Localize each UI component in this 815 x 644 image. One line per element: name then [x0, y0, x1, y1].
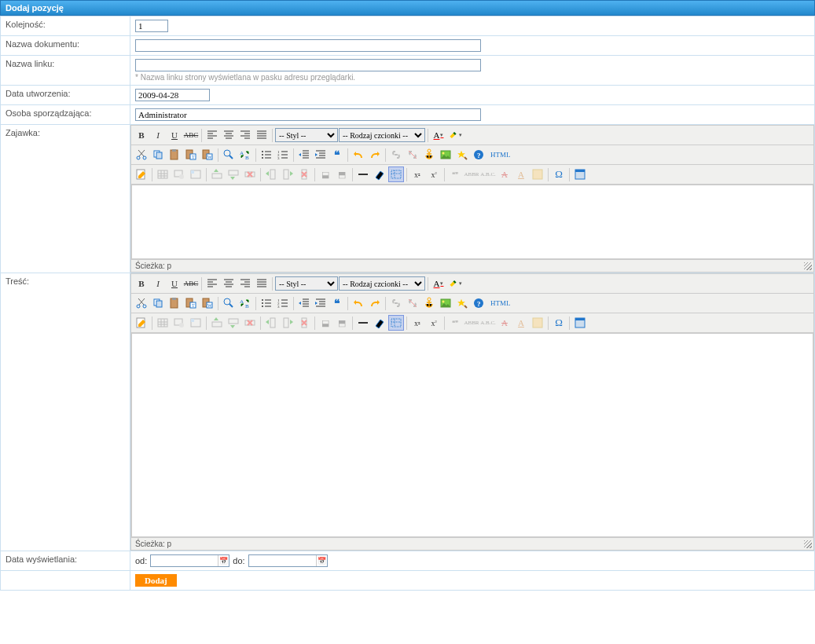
align-center-icon[interactable] [221, 127, 237, 143]
strike-icon[interactable]: ABC [183, 276, 199, 291]
anchor-icon[interactable] [421, 147, 437, 163]
cite-icon[interactable]: ❝❞ [447, 315, 463, 331]
subscript-icon[interactable]: x₂ [409, 166, 425, 182]
text-color-icon[interactable]: A [431, 127, 446, 143]
copy-icon[interactable] [150, 147, 166, 163]
col-before-icon[interactable] [263, 166, 279, 182]
paste-icon[interactable] [167, 147, 182, 163]
align-center-icon[interactable] [221, 276, 237, 291]
input-date-do[interactable] [249, 555, 316, 566]
cleanup-icon[interactable] [454, 295, 470, 311]
font-select[interactable]: -- Rodzaj czcionki -- [339, 128, 425, 142]
col-after-icon[interactable] [280, 315, 296, 331]
hr-icon[interactable] [355, 166, 371, 182]
align-justify-icon[interactable] [254, 276, 270, 291]
input-nazwa-dokumentu[interactable] [135, 39, 481, 52]
input-nazwa-linku[interactable] [135, 59, 481, 71]
replace-icon[interactable]: AB [237, 295, 253, 311]
table-icon[interactable] [155, 166, 171, 182]
unlink-icon[interactable] [405, 295, 420, 311]
row-delete-icon[interactable] [242, 315, 258, 331]
row-before-icon[interactable] [209, 166, 225, 182]
editor-zajawka-area[interactable] [131, 185, 813, 259]
paste-text-icon[interactable]: T [183, 295, 199, 311]
remove-format-icon[interactable] [372, 166, 387, 182]
italic-icon[interactable]: I [150, 127, 166, 143]
cut-icon[interactable] [134, 295, 149, 311]
fullscreen-icon[interactable] [572, 315, 588, 331]
table-icon[interactable] [155, 315, 171, 331]
row-before-icon[interactable] [209, 315, 225, 331]
row-delete-icon[interactable] [242, 166, 258, 182]
number-list-icon[interactable]: 123 [275, 147, 291, 163]
italic-icon[interactable]: I [150, 276, 166, 291]
edit-icon[interactable] [134, 166, 149, 182]
paste-word-icon[interactable]: W [200, 295, 215, 311]
image-icon[interactable] [438, 295, 453, 311]
table-props-icon[interactable] [171, 315, 187, 331]
abbr-icon[interactable]: ABBR [464, 166, 479, 182]
editor-tresc-area[interactable] [131, 333, 813, 537]
paste-icon[interactable] [167, 295, 182, 311]
html-icon[interactable]: HTML [487, 295, 514, 311]
bold-icon[interactable]: B [134, 276, 149, 291]
indent-icon[interactable] [313, 295, 329, 311]
remove-format-icon[interactable] [372, 315, 387, 331]
anchor-icon[interactable] [421, 295, 437, 311]
copy-icon[interactable] [150, 295, 166, 311]
find-icon[interactable] [221, 147, 237, 163]
table-cell-icon[interactable] [188, 315, 204, 331]
cleanup-icon[interactable] [454, 147, 470, 163]
row-after-icon[interactable] [226, 166, 241, 182]
bullet-list-icon[interactable] [259, 147, 274, 163]
font-select[interactable]: -- Rodzaj czcionki -- [339, 276, 425, 291]
del-icon[interactable]: A [497, 166, 512, 182]
calendar-icon[interactable]: 📅 [218, 555, 229, 566]
input-data-utworzenia[interactable] [135, 89, 210, 101]
strike-icon[interactable]: ABC [183, 127, 199, 143]
align-right-icon[interactable] [237, 276, 253, 291]
split-cells-icon[interactable]: ⬓ [318, 315, 333, 331]
blockquote-icon[interactable]: ❝ [329, 147, 345, 163]
attribs-icon[interactable] [530, 166, 545, 182]
number-list-icon[interactable]: 123 [275, 295, 291, 311]
bg-color-icon[interactable] [447, 127, 463, 143]
cite-icon[interactable]: ❝❞ [447, 166, 463, 182]
resize-grip-icon[interactable] [804, 262, 812, 270]
undo-icon[interactable] [351, 147, 366, 163]
bullet-list-icon[interactable] [259, 295, 274, 311]
split-cells-icon[interactable]: ⬓ [318, 166, 333, 182]
help-icon[interactable]: ? [471, 147, 486, 163]
underline-icon[interactable]: U [167, 127, 182, 143]
redo-icon[interactable] [367, 147, 383, 163]
blockquote-icon[interactable]: ❝ [329, 295, 345, 311]
row-after-icon[interactable] [226, 315, 241, 331]
paste-text-icon[interactable]: T [183, 147, 199, 163]
charmap-icon[interactable]: Ω [551, 315, 567, 331]
redo-icon[interactable] [367, 295, 383, 311]
style-select[interactable]: -- Styl -- [275, 276, 338, 291]
text-color-icon[interactable]: A [431, 276, 446, 291]
subscript-icon[interactable]: x₂ [409, 315, 425, 331]
superscript-icon[interactable]: x² [426, 166, 442, 182]
indent-icon[interactable] [313, 147, 329, 163]
add-button[interactable]: Dodaj [135, 574, 177, 587]
calendar-icon[interactable]: 📅 [316, 555, 327, 566]
table-cell-icon[interactable] [188, 166, 204, 182]
table-props-icon[interactable] [171, 166, 187, 182]
ins-icon[interactable]: A [513, 166, 529, 182]
edit-icon[interactable] [134, 315, 149, 331]
bg-color-icon[interactable] [447, 276, 463, 291]
superscript-icon[interactable]: x² [426, 315, 442, 331]
fullscreen-icon[interactable] [572, 166, 588, 182]
unlink-icon[interactable] [405, 147, 420, 163]
col-delete-icon[interactable] [296, 315, 312, 331]
toggle-guidelines-icon[interactable] [388, 315, 404, 331]
bold-icon[interactable]: B [134, 127, 149, 143]
link-icon[interactable] [388, 147, 404, 163]
html-icon[interactable]: HTML [487, 147, 514, 163]
col-before-icon[interactable] [263, 315, 279, 331]
cut-icon[interactable] [134, 147, 149, 163]
underline-icon[interactable]: U [167, 276, 182, 291]
image-icon[interactable] [438, 147, 453, 163]
